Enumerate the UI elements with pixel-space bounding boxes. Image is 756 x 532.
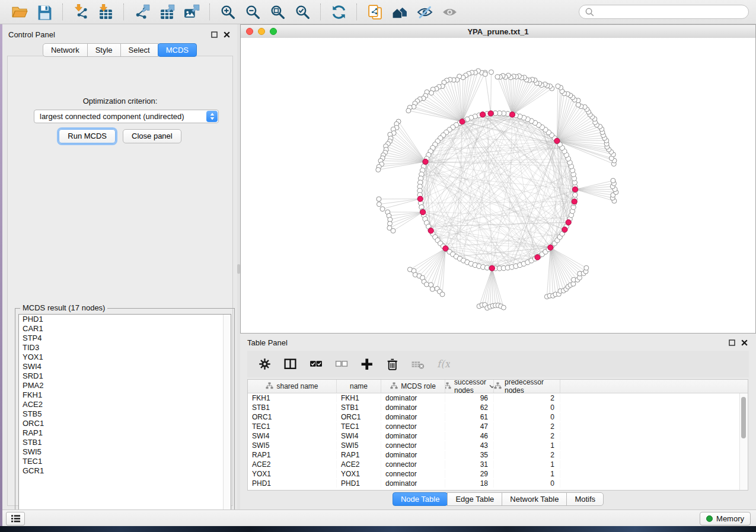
mcds-result-item[interactable]: YOX1	[19, 352, 231, 362]
deselect-all-button[interactable]	[333, 357, 349, 372]
duplicate-network-button[interactable]	[364, 2, 385, 21]
table-scrollbar[interactable]	[739, 393, 748, 490]
zoom-out-button[interactable]	[242, 2, 263, 21]
zoom-in-icon	[220, 4, 236, 20]
mcds-result-item[interactable]: FKH1	[19, 390, 231, 400]
column-header-shared-name[interactable]: shared name	[248, 380, 337, 393]
refresh-view-button[interactable]	[328, 2, 349, 21]
mcds-result-item[interactable]: STB5	[19, 409, 231, 419]
show-columns-button[interactable]	[282, 357, 298, 372]
tab-node-table[interactable]: Node Table	[393, 492, 448, 506]
create-column-button[interactable]	[359, 357, 374, 372]
tab-motifs[interactable]: Motifs	[566, 492, 604, 506]
mcds-result-item[interactable]: SWI4	[19, 362, 231, 371]
open-file-icon	[12, 4, 28, 20]
column-header-filler	[560, 380, 748, 393]
tab-edge-table[interactable]: Edge Table	[447, 492, 502, 506]
column-header-successor-nodes[interactable]: successor nodes	[445, 380, 494, 393]
table-row[interactable]: RAP1RAP1dominator352	[248, 450, 748, 460]
tab-network-table[interactable]: Network Table	[502, 492, 567, 506]
float-panel-icon[interactable]	[211, 31, 218, 38]
cell: dominator	[381, 394, 445, 402]
close-panel-icon[interactable]	[224, 31, 230, 38]
export-table-button[interactable]	[156, 2, 177, 21]
mcds-result-item[interactable]: TEC1	[19, 457, 231, 466]
float-table-panel-icon[interactable]	[729, 339, 735, 346]
mcds-result-item[interactable]: ACE2	[19, 400, 231, 409]
column-header-predecessor-nodes[interactable]: predecessor nodes	[494, 380, 560, 393]
select-stepper-icon	[206, 111, 218, 122]
mcds-result-item[interactable]: STB1	[19, 438, 231, 447]
run-mcds-button[interactable]: Run MCDS	[59, 129, 116, 143]
table-row[interactable]: YOX1YOX1connector291	[248, 469, 748, 479]
hide-selected-button[interactable]	[414, 2, 435, 21]
hierarchy-icon	[266, 382, 273, 391]
table-row[interactable]: SWI4SWI4dominator462	[248, 431, 748, 441]
zoom-selected-button[interactable]	[292, 2, 313, 21]
cell: 1	[494, 460, 560, 469]
cell: FKH1	[248, 394, 337, 402]
mcds-list-scrollbar[interactable]	[223, 315, 231, 524]
search-box[interactable]	[579, 5, 749, 19]
optimization-select[interactable]: largest connected component (undirected)	[34, 110, 219, 123]
open-file-button[interactable]	[9, 2, 30, 21]
table-mode-button[interactable]	[257, 357, 272, 372]
node-table[interactable]: shared namenameMCDS rolesuccessor nodesp…	[247, 379, 748, 491]
close-table-panel-icon[interactable]	[741, 339, 748, 346]
mcds-result-group: MCDS result (17 nodes) PHD1CAR1STP4TID3Y…	[15, 308, 235, 528]
tab-style[interactable]: Style	[87, 43, 121, 57]
table-row[interactable]: STB1STB1dominator620	[248, 403, 748, 412]
column-header-MCDS-role[interactable]: MCDS role	[381, 380, 445, 393]
table-row[interactable]: FKH1FKH1dominator962	[248, 393, 748, 403]
chevron-down-icon[interactable]	[489, 382, 494, 390]
delete-columns-button[interactable]	[384, 357, 400, 372]
table-row[interactable]: SWI5SWI5connector431	[248, 441, 748, 450]
table-row[interactable]: ORC1ORC1dominator610	[248, 412, 748, 422]
mcds-result-item[interactable]: RAP1	[19, 428, 231, 438]
cell: ORC1	[248, 413, 337, 421]
function-builder-icon: f(x)	[436, 357, 450, 371]
cell: 62	[445, 403, 494, 412]
mcds-result-item[interactable]: ORC1	[19, 419, 231, 428]
table-row[interactable]: PHD1PHD1dominator180	[248, 479, 748, 488]
table-row[interactable]: TEC1TEC1connector472	[248, 422, 748, 431]
mcds-result-item[interactable]: SWI5	[19, 447, 231, 457]
zoom-fit-button[interactable]	[267, 2, 288, 21]
close-panel-button[interactable]: Close panel	[123, 129, 181, 143]
export-network-button[interactable]	[131, 2, 152, 21]
show-panels-button[interactable]	[6, 512, 25, 525]
table-panel-tabs: Node TableEdge TableNetwork TableMotifs	[240, 492, 756, 506]
show-all-button[interactable]	[439, 2, 460, 21]
tab-select[interactable]: Select	[120, 43, 158, 57]
toolbar-separator	[123, 4, 124, 20]
import-table-button[interactable]	[95, 2, 116, 21]
cell: dominator	[381, 413, 445, 421]
memory-button[interactable]: Memory	[700, 512, 751, 525]
mcds-result-item[interactable]: TID3	[19, 343, 231, 352]
column-header-name[interactable]: name	[337, 380, 381, 393]
mcds-result-item[interactable]: CAR1	[19, 324, 231, 334]
control-panel: Control Panel NetworkStyleSelectMCDS Opt…	[2, 24, 237, 509]
mcds-result-item[interactable]: PMA2	[19, 381, 231, 390]
mcds-result-list[interactable]: PHD1CAR1STP4TID3YOX1SWI4SRD1PMA2FKH1ACE2…	[18, 314, 231, 524]
network-canvas[interactable]	[241, 38, 755, 333]
import-network-button[interactable]	[70, 2, 91, 21]
mcds-result-item[interactable]: SRD1	[19, 371, 231, 381]
tab-network[interactable]: Network	[43, 43, 88, 57]
table-row[interactable]: ACE2ACE2connector311	[248, 460, 748, 469]
zoom-in-button[interactable]	[217, 2, 238, 21]
save-session-button[interactable]	[34, 2, 55, 21]
search-input[interactable]	[598, 7, 743, 17]
mcds-result-item[interactable]: GCR1	[19, 466, 231, 476]
cell: TEC1	[248, 422, 337, 431]
tab-mcds[interactable]: MCDS	[158, 43, 197, 57]
scrollbar-thumb[interactable]	[741, 397, 746, 438]
select-all-button[interactable]	[308, 357, 323, 372]
mcds-result-item[interactable]: STP4	[19, 334, 231, 343]
first-neighbors-button[interactable]	[389, 2, 410, 21]
network-window-titlebar[interactable]: YPA_prune.txt_1	[241, 25, 755, 39]
mcds-result-item[interactable]: PHD1	[19, 315, 231, 324]
cell: STB1	[248, 403, 337, 412]
memory-status-icon	[706, 515, 713, 522]
export-image-button[interactable]	[181, 2, 202, 21]
